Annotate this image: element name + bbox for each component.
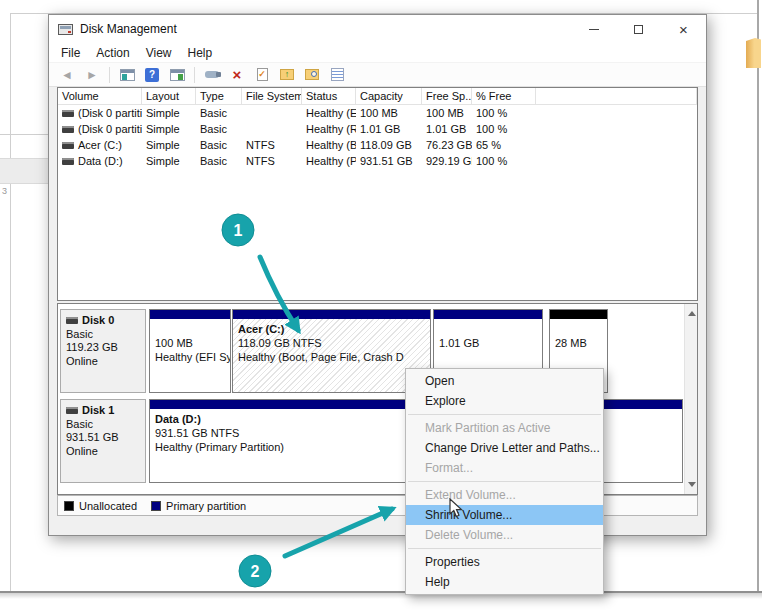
menu-item-change-drive-letter[interactable]: Change Drive Letter and Paths...: [406, 438, 603, 458]
column-header-free-space[interactable]: Free Sp...: [422, 88, 472, 104]
menu-item-open[interactable]: Open: [406, 371, 603, 391]
background-side-note: 3: [2, 186, 7, 196]
partition-title: [439, 322, 542, 336]
check-document-button[interactable]: ✓: [251, 65, 273, 85]
console-tree-button[interactable]: [116, 65, 138, 85]
partition-acer-c[interactable]: Acer (C:) 118.09 GB NTFS Healthy (Boot, …: [232, 309, 431, 393]
cursor-icon: [449, 498, 463, 518]
volume-icon: [62, 126, 74, 133]
action-pane-button[interactable]: [166, 65, 188, 85]
volume-row-disk0-part1[interactable]: (Disk 0 partition 1) Simple Basic Health…: [58, 105, 697, 121]
partition-size: 118.09 GB NTFS: [238, 336, 430, 350]
folder-search-icon: [305, 69, 319, 80]
launch-button[interactable]: [201, 65, 223, 85]
disk-icon: [66, 407, 78, 414]
volume-name: (Disk 0 partition 4): [78, 123, 142, 135]
toolbar-separator: [194, 67, 195, 83]
partition-status: [555, 350, 607, 364]
folder-search-button[interactable]: [301, 65, 323, 85]
cell-file-system: NTFS: [242, 139, 302, 151]
column-header-file-system[interactable]: File System: [242, 88, 302, 104]
cell-capacity: 931.51 GB: [356, 155, 422, 167]
column-header-empty: [536, 88, 697, 104]
scroll-down-icon[interactable]: [688, 482, 696, 487]
legend-label: Unallocated: [79, 500, 137, 512]
disk-status: Online: [66, 445, 145, 459]
cell-type: Basic: [196, 123, 242, 135]
cell-percent-free: 100 %: [472, 155, 536, 167]
menu-action[interactable]: Action: [88, 46, 137, 60]
volume-icon: [62, 158, 74, 165]
help-button[interactable]: ?: [141, 65, 163, 85]
column-header-status[interactable]: Status: [302, 88, 356, 104]
menu-item-shrink-volume[interactable]: Shrink Volume...: [406, 505, 603, 525]
frame-line-right: [757, 0, 759, 592]
disk0-label[interactable]: Disk 0 Basic 119.23 GB Online: [60, 309, 146, 393]
title-bar[interactable]: Disk Management ×: [49, 15, 706, 43]
back-icon: ◄: [61, 68, 73, 82]
volume-name: Data (D:): [78, 155, 123, 167]
partition-efi[interactable]: 100 MB Healthy (EFI Sy: [149, 309, 231, 393]
cell-percent-free: 100 %: [472, 107, 536, 119]
properties-list-button[interactable]: [326, 65, 348, 85]
disk1-label[interactable]: Disk 1 Basic 931.51 GB Online: [60, 399, 146, 483]
partition-band: [150, 310, 230, 319]
column-header-volume[interactable]: Volume: [58, 88, 142, 104]
close-button[interactable]: ×: [661, 15, 706, 43]
cell-layout: Simple: [142, 155, 196, 167]
volume-row-acer-c[interactable]: Acer (C:) Simple Basic NTFS Healthy (B..…: [58, 137, 697, 153]
disk-type: Basic: [66, 418, 145, 432]
unallocated-swatch-icon: [64, 501, 74, 511]
menu-item-mark-partition-active: Mark Partition as Active: [406, 418, 603, 438]
menu-help[interactable]: Help: [180, 46, 221, 60]
cell-capacity: 100 MB: [356, 107, 422, 119]
properties-list-icon: [331, 68, 344, 81]
scroll-up-icon[interactable]: [688, 311, 696, 316]
column-header-capacity[interactable]: Capacity: [356, 88, 422, 104]
partition-status: Healthy (EFI Sy: [155, 350, 230, 364]
cell-percent-free: 100 %: [472, 123, 536, 135]
menu-item-properties[interactable]: Properties: [406, 552, 603, 572]
cell-type: Basic: [196, 139, 242, 151]
cell-status: Healthy (R...: [302, 123, 356, 135]
volume-row-disk0-part4[interactable]: (Disk 0 partition 4) Simple Basic Health…: [58, 121, 697, 137]
cell-layout: Simple: [142, 139, 196, 151]
close-icon: ×: [679, 22, 688, 37]
volume-icon: [62, 110, 74, 117]
folder-up-button[interactable]: ↑: [276, 65, 298, 85]
cell-capacity: 1.01 GB: [356, 123, 422, 135]
legend-label: Primary partition: [166, 500, 246, 512]
column-header-layout[interactable]: Layout: [142, 88, 196, 104]
volume-list: Volume Layout Type File System Status Ca…: [57, 87, 698, 301]
menu-separator: [408, 481, 601, 482]
toolbar-separator: [109, 67, 110, 83]
toolbar: ◄ ► ? × ✓ ↑: [49, 63, 706, 87]
cell-free-space: 100 MB: [422, 107, 472, 119]
console-tree-icon: [120, 69, 135, 81]
menu-item-help[interactable]: Help: [406, 572, 603, 592]
check-document-icon: ✓: [257, 68, 268, 81]
forward-button[interactable]: ►: [81, 65, 103, 85]
column-header-percent-free[interactable]: % Free: [472, 88, 536, 104]
menu-item-explore[interactable]: Explore: [406, 391, 603, 411]
partition-title: Acer (C:): [238, 322, 430, 336]
disk-status: Online: [66, 355, 145, 369]
minimize-button[interactable]: [571, 15, 616, 43]
delete-button[interactable]: ×: [226, 65, 248, 85]
partition-band: [233, 310, 430, 319]
menu-view[interactable]: View: [138, 46, 180, 60]
step-badge-2-number: 2: [251, 563, 260, 580]
vertical-scrollbar[interactable]: [684, 304, 697, 494]
menu-file[interactable]: File: [53, 46, 88, 60]
back-button[interactable]: ◄: [56, 65, 78, 85]
cell-free-space: 76.23 GB: [422, 139, 472, 151]
partition-status: [439, 350, 542, 364]
page-background: 3 Disk Management × File Action View Hel…: [0, 0, 768, 610]
column-header-type[interactable]: Type: [196, 88, 242, 104]
maximize-button[interactable]: [616, 15, 661, 43]
disk-name: Disk 0: [82, 314, 114, 328]
volume-row-data-d[interactable]: Data (D:) Simple Basic NTFS Healthy (P..…: [58, 153, 697, 169]
menu-bar: File Action View Help: [49, 43, 706, 63]
legend-primary-partition: Primary partition: [151, 500, 246, 512]
launch-icon: [205, 71, 219, 78]
